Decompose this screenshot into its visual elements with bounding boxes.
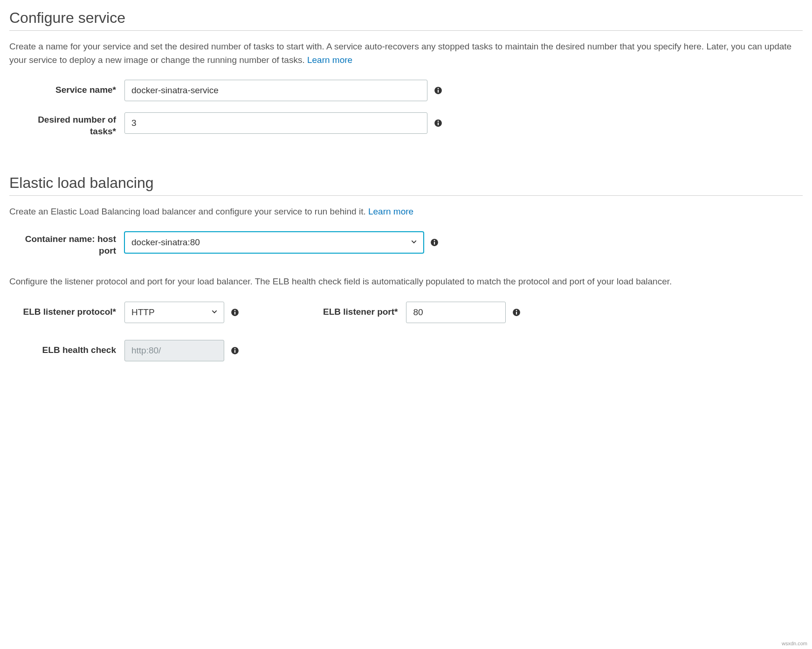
divider — [9, 30, 803, 31]
info-icon[interactable] — [231, 308, 239, 317]
divider — [9, 195, 803, 196]
elb-listener-port-input[interactable] — [406, 302, 506, 323]
elb-listener-row: ELB listener protocol* HTTP ELB listener… — [9, 302, 803, 323]
info-icon[interactable] — [434, 119, 442, 127]
desired-tasks-row: Desired number of tasks* — [9, 112, 803, 137]
elb-port-col: ELB listener port* — [239, 302, 521, 323]
container-host-port-select[interactable]: docker-sinatra:80 — [124, 232, 424, 253]
container-host-port-row: Container name: host port docker-sinatra… — [9, 232, 803, 256]
elb-title: Elastic load balancing — [9, 174, 803, 192]
container-host-port-label: Container name: host port — [9, 232, 124, 256]
info-icon[interactable] — [434, 86, 442, 95]
svg-rect-13 — [516, 312, 517, 315]
svg-point-5 — [438, 121, 439, 122]
container-host-port-select-wrap: docker-sinatra:80 — [124, 232, 424, 253]
svg-point-2 — [438, 88, 439, 90]
container-host-port-wrap: docker-sinatra:80 — [124, 232, 803, 253]
elb-health-check-wrap — [124, 340, 803, 361]
elb-health-check-row: ELB health check — [9, 340, 803, 361]
service-name-row: Service name* — [9, 80, 803, 101]
learn-more-link[interactable]: Learn more — [368, 207, 413, 216]
info-icon[interactable] — [512, 308, 521, 317]
svg-rect-7 — [434, 242, 435, 245]
service-name-label: Service name* — [9, 80, 124, 96]
elb-health-check-input[interactable] — [124, 340, 224, 361]
svg-point-11 — [234, 310, 236, 311]
svg-point-17 — [234, 348, 236, 349]
configure-service-title: Configure service — [9, 9, 803, 27]
elb-listener-protocol-select[interactable]: HTTP — [124, 302, 224, 323]
svg-point-8 — [434, 240, 435, 242]
info-icon[interactable] — [430, 238, 439, 247]
svg-rect-10 — [234, 312, 235, 315]
elb-port-wrap — [406, 302, 521, 323]
elb-health-check-label: ELB health check — [9, 340, 124, 356]
configure-service-description: Create a name for your service and set t… — [9, 40, 803, 67]
svg-rect-4 — [438, 123, 439, 125]
svg-rect-16 — [234, 350, 235, 353]
info-icon[interactable] — [231, 346, 239, 355]
desired-tasks-input-wrap — [124, 112, 803, 134]
elb-protocol-wrap: HTTP — [124, 302, 239, 323]
elb-protocol-select-wrap: HTTP — [124, 302, 224, 323]
elb-protocol-col: ELB listener protocol* HTTP — [9, 302, 239, 323]
elb-listener-port-label: ELB listener port* — [239, 302, 406, 318]
svg-point-14 — [516, 310, 517, 311]
elb-listener-protocol-label: ELB listener protocol* — [9, 302, 124, 318]
desired-tasks-input[interactable] — [124, 112, 427, 134]
desired-tasks-label: Desired number of tasks* — [9, 112, 124, 137]
service-name-input-wrap — [124, 80, 803, 101]
learn-more-link[interactable]: Learn more — [307, 55, 352, 65]
svg-rect-1 — [438, 90, 439, 93]
elb-description: Create an Elastic Load Balancing load ba… — [9, 205, 803, 219]
service-name-input[interactable] — [124, 80, 427, 101]
elb-listener-description: Configure the listener protocol and port… — [9, 275, 803, 289]
